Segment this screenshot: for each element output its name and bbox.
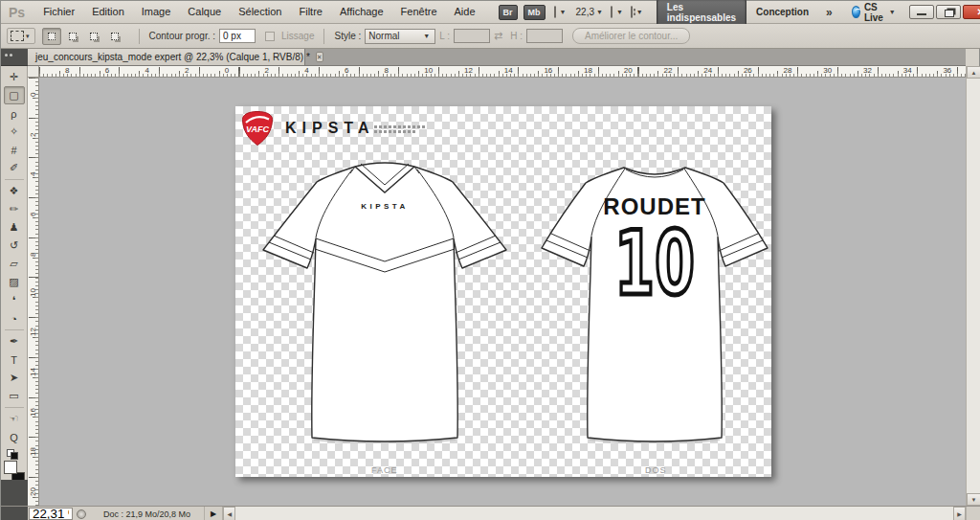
bridge-button[interactable]: Br [499, 5, 518, 20]
gradient-tool[interactable]: ▨ [4, 273, 25, 291]
pen-tool[interactable]: ✒ [4, 332, 25, 350]
vertical-ruler[interactable]: 02468101214161820 [28, 78, 39, 506]
menu-filtre[interactable]: Filtre [290, 1, 330, 23]
default-colors-icon[interactable] [4, 448, 25, 458]
antialias-checkbox[interactable] [265, 32, 275, 41]
workspace-conception[interactable]: Conception [746, 4, 818, 20]
status-zoom-input[interactable] [29, 508, 73, 520]
view-extras-icon[interactable] [554, 6, 556, 18]
scroll-up-icon[interactable]: ▲ [967, 66, 980, 79]
quick-selection-tool[interactable]: ✧ [4, 123, 25, 141]
menu-fichier[interactable]: Fichier [34, 1, 83, 23]
h-ruler-label: 0 [225, 66, 229, 75]
tool-group-separator [5, 407, 24, 408]
subtract-from-selection-mode-button[interactable] [84, 28, 103, 45]
rectangular-marquee-tool[interactable]: ▢ [4, 86, 25, 104]
h-ruler-label: 4 [145, 66, 148, 75]
artboard-header: VAFC KIPSTA [239, 109, 426, 147]
blur-tool[interactable]: ❛ [4, 291, 25, 309]
menu-image[interactable]: Image [133, 1, 180, 23]
tab-close-icon[interactable]: ✕ [316, 52, 323, 62]
type-tool[interactable]: T [4, 350, 25, 369]
tool-group-separator [5, 329, 24, 330]
add-to-selection-mode-button[interactable] [63, 28, 82, 45]
refine-edge-button: Améliorer le contour... [572, 28, 690, 44]
menu-selection[interactable]: Sélection [230, 1, 290, 23]
minimize-button[interactable] [909, 5, 934, 19]
scroll-left-icon[interactable]: ◀ [223, 507, 235, 520]
history-brush-tool[interactable]: ↺ [4, 237, 25, 255]
document-artboard[interactable]: VAFC KIPSTA KI [235, 106, 771, 477]
spot-healing-brush-tool[interactable]: ❖ [4, 182, 25, 200]
marquee-tool-icon [11, 31, 24, 41]
h-ruler-label: 6 [105, 66, 109, 75]
menu-affichage[interactable]: Affichage [331, 1, 392, 23]
tools-panel-header[interactable] [1, 49, 28, 66]
path-selection-tool[interactable]: ➤ [4, 369, 25, 387]
foreground-color-swatch[interactable] [4, 461, 17, 474]
front-view-label: FACE [371, 465, 398, 475]
v-ruler-label: 10 [29, 288, 37, 297]
chevron-down-icon[interactable]: ▼ [560, 9, 567, 15]
chevron-down-icon[interactable]: ▼ [596, 9, 603, 15]
width-label: L : [439, 31, 450, 41]
v-ruler-label: 2 [29, 132, 37, 136]
mini-bridge-button[interactable]: Mb [523, 5, 546, 20]
intersect-selection-mode-button[interactable] [105, 28, 124, 45]
antialias-label: Lissage [281, 31, 314, 41]
new-selection-mode-button[interactable] [42, 28, 61, 45]
back-view-label: DOS [645, 465, 667, 475]
scrollbar-track[interactable] [235, 507, 953, 520]
hand-tool[interactable]: ☜ [4, 410, 25, 428]
menu-fenetre[interactable]: Fenêtre [392, 1, 446, 23]
status-menu-arrow[interactable]: ▶ [205, 507, 223, 520]
menu-edition[interactable]: Edition [83, 1, 133, 23]
feather-label: Contour progr. : [149, 31, 215, 41]
selection-mode-group [41, 28, 125, 45]
jersey-back: ROUDET 10 [540, 160, 769, 443]
zoom-level-dropdown[interactable]: 22,3 [576, 7, 594, 17]
vafc-badge-text: VAFC [246, 124, 269, 134]
close-button[interactable] [963, 5, 980, 19]
zoom-tool[interactable]: Q [4, 428, 25, 446]
eyedropper-tool[interactable]: ✐ [4, 159, 25, 177]
workspace-les-indispensables[interactable]: Les indispensables [657, 0, 746, 27]
tool-preset-picker[interactable]: ▾ [7, 28, 35, 44]
screen-mode-icon[interactable] [631, 6, 633, 18]
chevron-down-icon[interactable]: ▼ [616, 9, 623, 15]
v-ruler-label: 18 [29, 447, 37, 456]
vertical-scrollbar[interactable]: ▲ ▼ [966, 66, 980, 506]
document-tab[interactable]: jeu_concours_kipsta_mode expert @ 22,3% … [28, 49, 305, 65]
clone-stamp-tool[interactable]: ♟ [4, 218, 25, 237]
chevron-down-icon[interactable]: ▼ [636, 9, 643, 15]
arrange-documents-icon[interactable] [611, 6, 612, 18]
eraser-tool[interactable]: ▱ [4, 255, 25, 273]
scroll-right-icon[interactable]: ▶ [953, 507, 966, 520]
canvas-pasteboard[interactable]: VAFC KIPSTA KI [39, 78, 966, 506]
shape-tool[interactable]: ▭ [4, 387, 25, 405]
dodge-tool[interactable]: ◔ [4, 309, 25, 328]
horizontal-ruler[interactable]: 864202468101214161820222426283032343638 [39, 66, 966, 78]
h-ruler-label: 36 [943, 66, 951, 75]
cs-live-label: CS Live [864, 2, 887, 23]
h-ruler-label: 30 [823, 66, 832, 75]
cs-live-menu[interactable]: CS Live ▼ [852, 2, 898, 23]
horizontal-scrollbar[interactable]: ◀ ▶ [223, 507, 966, 520]
vafc-badge: VAFC [239, 110, 276, 147]
menu-aide[interactable]: Aide [446, 1, 484, 23]
lasso-tool[interactable]: ρ [4, 104, 25, 123]
h-ruler-label: 18 [584, 66, 592, 75]
h-ruler-label: 32 [863, 66, 872, 75]
crop-tool[interactable]: # [4, 141, 25, 159]
ruler-corner[interactable] [28, 66, 39, 78]
move-tool[interactable]: ✛ [4, 68, 25, 86]
menu-calque[interactable]: Calque [179, 1, 230, 23]
v-ruler-label: 0 [29, 93, 37, 97]
restore-button[interactable] [936, 5, 961, 19]
tool-group-separator [5, 179, 24, 180]
workspace-overflow-chevrons[interactable]: » [818, 6, 840, 19]
feather-input[interactable] [219, 29, 256, 43]
brush-tool[interactable]: ✏ [4, 200, 25, 218]
scroll-down-icon[interactable]: ▼ [967, 493, 980, 506]
style-select[interactable]: Normal ▼ [365, 29, 435, 44]
